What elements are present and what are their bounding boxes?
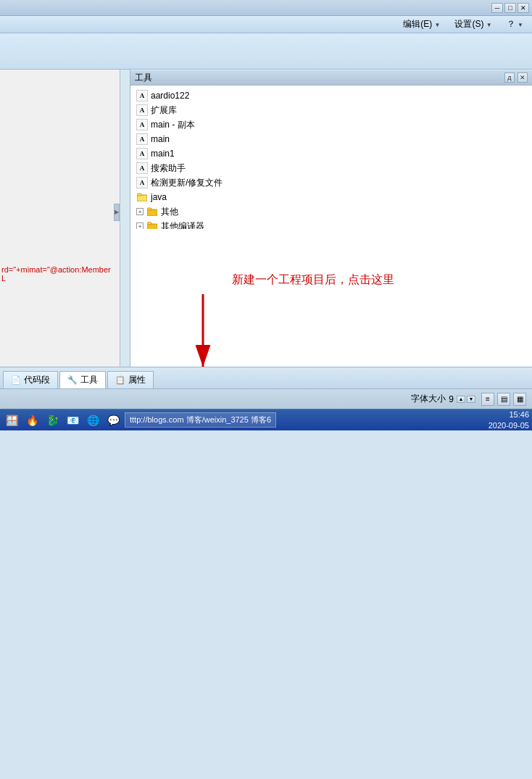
svg-rect-3	[147, 208, 151, 210]
expand-button[interactable]: +	[136, 222, 144, 229]
start-icon[interactable]: 🪟	[3, 412, 20, 429]
a-icon: A	[136, 148, 148, 159]
tool-panel-title: 工具	[135, 72, 152, 84]
folder-open-icon	[136, 191, 148, 203]
tab-label-code: 代码段	[24, 374, 50, 386]
a-icon: A	[136, 119, 148, 130]
font-size-down-button[interactable]: ▼	[467, 396, 475, 403]
toolbar-area	[0, 33, 532, 70]
a-icon: A	[136, 104, 148, 116]
status-bar: 字体大小 9 ▲ ▼ ≡ ▤ ▦	[0, 388, 532, 409]
minimize-button[interactable]: ─	[491, 3, 503, 13]
folder-icon	[146, 206, 158, 217]
item-label: 其他编译器	[161, 220, 204, 230]
folder-icon	[146, 220, 158, 229]
align-left-button[interactable]: ≡	[481, 393, 494, 406]
item-label: main1	[151, 149, 175, 159]
close-button[interactable]: ✕	[518, 3, 529, 13]
title-bar-buttons: ─ □ ✕	[491, 3, 529, 13]
a-icon: A	[136, 162, 148, 174]
tool-list-item-others[interactable]: + 其他	[130, 204, 532, 219]
edit-dropdown-icon: ▼	[435, 22, 441, 28]
annotation-arrow	[181, 294, 239, 367]
tab-label-tools: 工具	[80, 374, 98, 386]
title-bar: ─ □ ✕	[0, 0, 532, 16]
svg-rect-1	[137, 193, 141, 196]
align-right-button[interactable]: ▦	[513, 393, 526, 406]
tool-list-item-detect-update[interactable]: A检测更新/修复文件	[130, 175, 532, 190]
svg-rect-5	[147, 222, 151, 225]
taskbar-icon-4[interactable]: 🌐	[84, 412, 101, 429]
tool-list-item-other-compilers[interactable]: + 其他编译器	[130, 219, 532, 229]
item-label: java	[151, 192, 167, 202]
bottom-tabs: 📄代码段🔧工具📋属性	[0, 367, 532, 388]
tool-list-item-search-assistant[interactable]: A搜索助手	[130, 161, 532, 175]
left-scrollbar[interactable]	[120, 70, 130, 367]
a-icon: A	[136, 177, 148, 188]
maximize-button[interactable]: □	[504, 3, 516, 13]
tool-header-right: д ✕	[504, 72, 528, 83]
font-size-value: 9	[449, 394, 454, 404]
align-center-button[interactable]: ▤	[497, 393, 510, 406]
settings-menu[interactable]: 设置(S) ▼	[452, 17, 494, 32]
item-label: aardio122	[151, 91, 189, 101]
edit-menu[interactable]: 编辑(E) ▼	[400, 17, 443, 32]
tool-list-item-main-copy[interactable]: Amain - 副本	[130, 117, 532, 132]
tool-list-item-aardio122[interactable]: Aaardio122	[130, 88, 532, 103]
item-label: 检测更新/修复文件	[151, 177, 223, 189]
panel-collapse-button[interactable]: ▶	[114, 204, 120, 221]
item-label: main	[151, 134, 170, 144]
item-label: main - 副本	[151, 119, 195, 131]
help-menu[interactable]: ？ ▼	[504, 17, 526, 32]
annotation-text: 新建一个工程项目后，点击这里	[232, 272, 394, 288]
tool-list-item-java[interactable]: java	[130, 190, 532, 204]
tool-close-button[interactable]: ✕	[518, 72, 528, 83]
tool-panel-header: 工具 д ✕	[130, 70, 532, 86]
help-dropdown-icon: ▼	[518, 22, 523, 28]
item-label: 扩展库	[151, 104, 177, 117]
taskbar-icon-2[interactable]: 🐉	[43, 412, 61, 429]
expand-button[interactable]: +	[136, 208, 144, 215]
menu-bar: 编辑(E) ▼ 设置(S) ▼ ？ ▼	[0, 16, 532, 33]
left-panel: rd="+mimat="@action:MemberL ▶	[0, 70, 130, 367]
main-content: rd="+mimat="@action:MemberL ▶ 工具 д ✕ Aaa…	[0, 70, 532, 367]
tab-label-properties: 属性	[128, 374, 146, 386]
tool-list: Aaardio122A扩展库Amain - 副本AmainAmain1A搜索助手…	[130, 86, 532, 229]
taskbar-icon-3[interactable]: 📧	[64, 412, 81, 429]
a-icon: A	[136, 133, 148, 145]
font-size-spinner: ▲ ▼	[457, 396, 475, 403]
tool-header-left: 工具	[135, 72, 152, 84]
item-label: 其他	[161, 206, 178, 218]
taskbar: 🪟 🔥 🐉 📧 🌐 💬 tttp://blogs.com 博客/weixin_3…	[0, 409, 532, 430]
status-toolbar-icons: ≡ ▤ ▦	[481, 393, 526, 406]
tool-list-item-ext-lib[interactable]: A扩展库	[130, 103, 532, 117]
annotation-area: 新建一个工程项目后，点击这里	[130, 229, 532, 367]
tab-code[interactable]: 📄代码段	[3, 371, 58, 388]
item-label: 搜索助手	[151, 162, 186, 175]
font-size-control: 字体大小 9 ▲ ▼	[411, 393, 475, 405]
taskbar-time: 15:46 2020-09-05	[489, 409, 529, 430]
tool-list-item-main[interactable]: Amain	[130, 132, 532, 146]
tab-properties[interactable]: 📋属性	[107, 371, 154, 388]
font-size-up-button[interactable]: ▲	[457, 396, 465, 403]
taskbar-icon-5[interactable]: 💬	[104, 412, 122, 429]
code-editor-content: rd="+mimat="@action:MemberL	[0, 70, 116, 75]
tab-tools[interactable]: 🔧工具	[59, 371, 106, 388]
right-panel: 工具 д ✕ Aaardio122A扩展库Amain - 副本AmainAmai…	[130, 70, 532, 367]
tab-icon-properties: 📋	[115, 375, 125, 385]
tab-icon-code: 📄	[11, 375, 21, 385]
tool-list-item-main1[interactable]: Amain1	[130, 146, 532, 161]
taskbar-icon-1[interactable]: 🔥	[23, 412, 41, 429]
taskbar-app-label: tttp://blogs.com 博客/weixin_3725 博客6	[130, 415, 271, 425]
tab-icon-tools: 🔧	[67, 375, 78, 385]
font-size-label: 字体大小	[411, 393, 446, 405]
settings-dropdown-icon: ▼	[486, 22, 492, 28]
tool-pin-button[interactable]: д	[504, 72, 515, 83]
taskbar-app-item[interactable]: tttp://blogs.com 博客/weixin_3725 博客6	[125, 412, 276, 428]
taskbar-right: 15:46 2020-09-05	[489, 409, 529, 430]
a-icon: A	[136, 90, 148, 101]
